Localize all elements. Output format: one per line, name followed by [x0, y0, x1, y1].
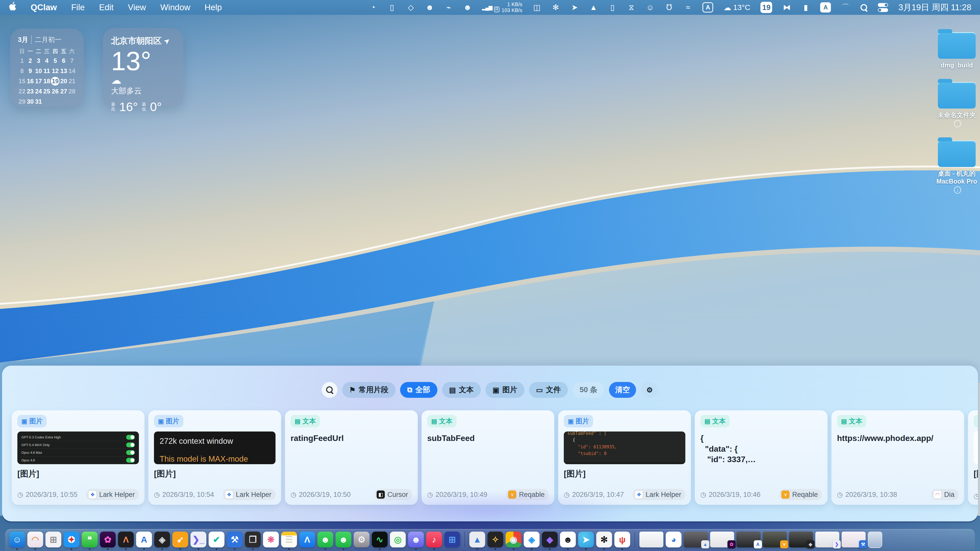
dock-item-window-chat-xcode[interactable]: ⚒	[842, 532, 865, 550]
menu-item-file[interactable]: File	[71, 3, 85, 12]
dock-item-wechat[interactable]: ☻	[317, 532, 333, 550]
menu-item-edit[interactable]: Edit	[99, 3, 114, 12]
dock-item-trash[interactable]	[868, 532, 882, 548]
code-line: {	[567, 436, 682, 443]
clipboard-card[interactable]: ▣图片GPT-5.3 Codex Extra HighGPT-5.4 MAX O…	[12, 410, 145, 505]
dock-item-gradient-a-app[interactable]: Λ	[118, 532, 134, 550]
clipboard-card[interactable]: ▤文本{ "data": { "id": 3337,…◷2026/3/19, 1…	[695, 410, 827, 505]
desktop-folder-2[interactable]: 未命名文件夹↓	[935, 82, 978, 127]
dock-item-xcode[interactable]: ⚒	[227, 532, 243, 550]
clear-button[interactable]: 清空	[609, 382, 636, 398]
dock-item-obsidian[interactable]: ◆	[542, 532, 558, 550]
dock-item-ticktick[interactable]: ✔	[208, 532, 224, 550]
tab-file[interactable]: ▭文件	[529, 382, 568, 398]
dock-item-android-studio[interactable]: A	[136, 532, 152, 550]
dock-item-window-docs-knot[interactable]: ✿	[710, 532, 734, 550]
surge-bird-icon[interactable]: ≈	[684, 0, 692, 15]
prism-status-icon[interactable]: ◇	[407, 0, 415, 15]
battery-app-icon[interactable]: ▮	[801, 0, 810, 15]
dock-item-hummingbird-app[interactable]: ➶	[172, 532, 188, 550]
control-center-icon[interactable]	[878, 3, 888, 12]
menu-bar-clock[interactable]: 3月19日 周四 11:28	[898, 2, 971, 13]
dock-item-app-store[interactable]: Λ	[299, 532, 315, 550]
dock-item-warp-terminal[interactable]: ❯_	[191, 532, 206, 550]
tab-image[interactable]: ▣图片	[485, 382, 524, 398]
phone-mirroring-icon[interactable]: ▯	[388, 0, 396, 15]
dock-item-neon-knot-app[interactable]: ✿	[100, 532, 116, 550]
menu-item-view[interactable]: View	[128, 3, 146, 12]
calendar-widget[interactable]: 3月 二月初一 日一二三四五六1234567891011121314151617…	[10, 29, 84, 107]
app-menu-name[interactable]: QClaw	[31, 3, 57, 12]
spotlight-icon[interactable]	[860, 3, 868, 11]
dock-item-window-code-reqable[interactable]: ⋎	[763, 532, 787, 550]
dock-item-finder[interactable]: ☺	[9, 532, 25, 550]
box-icon[interactable]: ◫	[532, 0, 541, 15]
dock-item-launchpad[interactable]: ⊞	[45, 532, 61, 550]
weather-status[interactable]: ☁13°C	[723, 3, 750, 12]
openai-status-icon[interactable]: ✻	[551, 0, 560, 15]
wechat-status-icon[interactable]: ☻	[463, 0, 472, 15]
dock-item-telegram[interactable]: ➤	[578, 532, 594, 550]
dock-item-qclaw-app[interactable]: ψ	[614, 532, 630, 550]
mouse-icon[interactable]: ▯	[608, 0, 617, 15]
dock-item-circle-app[interactable]: ◕	[666, 532, 681, 550]
apple-logo-icon[interactable]	[9, 2, 16, 13]
timer-icon[interactable]: ◔	[369, 0, 377, 15]
tab-text[interactable]: ▤文本	[442, 382, 481, 398]
dock-item-diamond-app[interactable]: ◈	[524, 532, 539, 550]
input-source-icon[interactable]: A	[820, 2, 831, 13]
dock-item-contacts-app[interactable]: ☻	[408, 532, 424, 550]
telegram-status-icon[interactable]: ➤	[570, 0, 579, 15]
card-title: ratingFeedUrl	[291, 433, 412, 444]
dock-item-clone-app[interactable]: ❐	[245, 532, 261, 550]
dock-item-ms-grid-app[interactable]: ⊞	[444, 532, 460, 550]
settings-button[interactable]: ⚙	[641, 382, 658, 398]
hourglass-icon[interactable]: ⧖	[627, 0, 636, 15]
dock-item-window-terminal-prism[interactable]: ◈	[789, 532, 813, 550]
dock-item-window-dark-triangle[interactable]: ▲	[684, 532, 708, 550]
desktop-folder-1[interactable]: dmg_build	[935, 32, 978, 69]
dock-item-window-blank[interactable]	[640, 532, 663, 550]
capcut-icon[interactable]: ⧓	[783, 0, 791, 15]
dock-item-arc-browser[interactable]: ◠	[27, 532, 43, 550]
dock-item-system-settings[interactable]: ⚙	[354, 532, 369, 550]
face-icon[interactable]: ☺	[646, 0, 654, 15]
clipboard-card[interactable]: ▤文本[图片]◷	[968, 410, 978, 505]
clipboard-card[interactable]: ▣图片subTabFeed" : [ { "id": 61130935, "ts…	[558, 410, 691, 505]
menu-item-help[interactable]: Help	[205, 3, 222, 12]
rocket-icon[interactable]: ▲	[589, 0, 598, 15]
dock-item-prism-app[interactable]: ◈	[154, 532, 170, 550]
dock-item-notes[interactable]: ☰	[281, 532, 297, 550]
translate-icon[interactable]: A	[702, 2, 713, 13]
desktop-folder-3[interactable]: 桌面 - 机丸的 MacBook Pro↓	[935, 140, 978, 194]
calendar-status[interactable]: 19	[760, 2, 772, 13]
swift-bird-icon[interactable]: ⌁	[444, 0, 453, 15]
dock-item-monitor-app[interactable]: ∿	[372, 532, 388, 550]
dock-item-wecom[interactable]: ☻	[336, 532, 352, 550]
dock-item-chatgpt[interactable]: ✻	[596, 532, 612, 550]
tab-all[interactable]: ⧉全部	[400, 382, 438, 398]
dock-item-music[interactable]: ♪	[426, 532, 442, 550]
dock-item-safari[interactable]: ✦	[64, 532, 80, 550]
clipboard-card[interactable]: ▣图片272k context windowThis model is MAX-…	[148, 410, 281, 505]
clipboard-card[interactable]: ▤文本ratingFeedUrl◷2026/3/19, 10:50◧Cursor	[285, 410, 418, 505]
dock-item-messages[interactable]: ❝	[82, 532, 97, 550]
wifi-icon[interactable]: ⌒	[841, 0, 850, 15]
dock-item-photos[interactable]: ❋	[263, 532, 279, 550]
menu-item-window[interactable]: Window	[161, 3, 190, 12]
dock-item-find-my[interactable]: ◎	[390, 532, 406, 550]
dock-item-window-code-androidstudio[interactable]: A	[737, 532, 760, 550]
dock-item-keys-app[interactable]: ✧	[487, 532, 503, 550]
clipboard-card[interactable]: ▤文本https://www.phodex.app/◷2026/3/19, 10…	[831, 410, 964, 505]
search-button[interactable]	[322, 382, 337, 398]
dock-item-triangle-app[interactable]: ▲	[469, 532, 485, 550]
chat-doubler-icon[interactable]: ☻	[425, 0, 434, 15]
dock-item-chrome[interactable]: ◉	[506, 532, 522, 550]
clipboard-card[interactable]: ▤文本subTabFeed◷2026/3/19, 10:49⋎Reqable	[422, 410, 554, 505]
weather-widget[interactable]: 北京市朝阳区 ➤ 13° ☁ 大部多云 最 高 16° 最 低 0°	[103, 28, 183, 106]
tab-snippets[interactable]: ⚑常用片段	[342, 382, 396, 398]
network-speed[interactable]: ▂▄▆R1 KB/s 103 KB/s	[482, 2, 522, 13]
unlock-icon[interactable]: ℧	[665, 0, 673, 15]
dock-item-qq[interactable]: ☻	[560, 532, 576, 550]
dock-item-window-notes-warp[interactable]: ❯	[815, 532, 839, 550]
